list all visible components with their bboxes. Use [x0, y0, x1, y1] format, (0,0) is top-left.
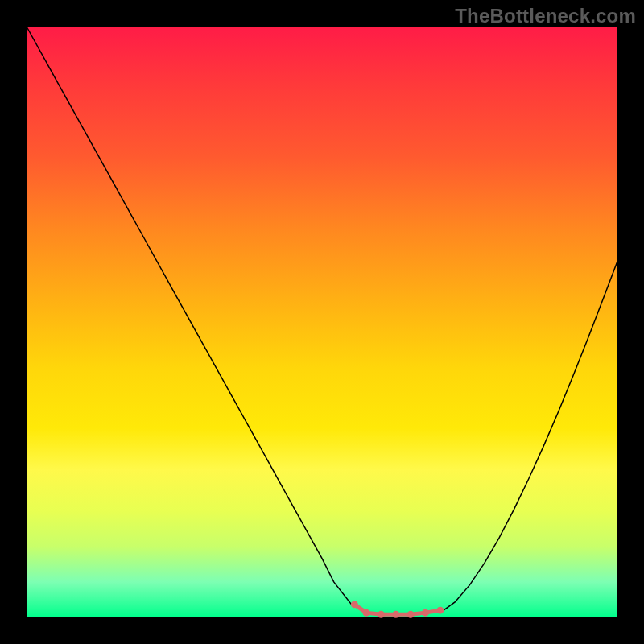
valley-dot: [378, 611, 385, 618]
right-curve: [440, 261, 617, 613]
valley-highlight-dots: [351, 601, 444, 617]
valley-dot: [363, 609, 370, 617]
chart-svg: [27, 27, 617, 617]
valley-dot: [436, 607, 444, 614]
chart-container: TheBottleneck.com: [0, 0, 644, 644]
valley-dot: [422, 609, 429, 617]
watermark-text: TheBottleneck.com: [455, 5, 636, 27]
valley-dot: [351, 601, 358, 608]
valley-dot: [392, 611, 399, 618]
plot-area: [27, 27, 617, 617]
left-curve: [27, 27, 366, 613]
valley-dot: [407, 611, 415, 618]
